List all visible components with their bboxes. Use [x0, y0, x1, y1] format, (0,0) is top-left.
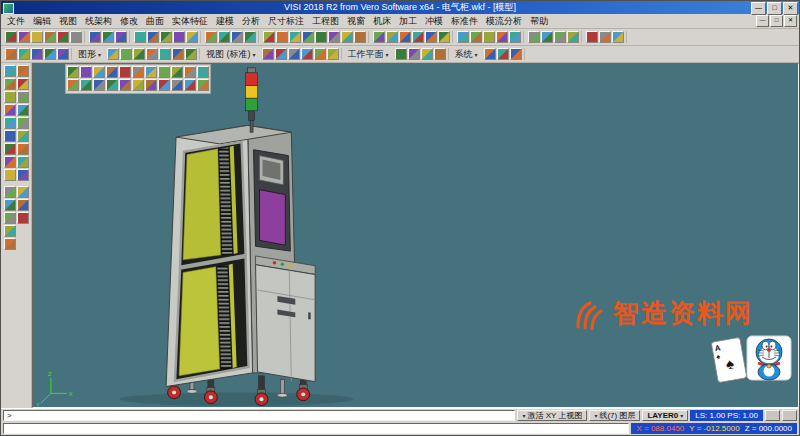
minimize-button[interactable]: —	[751, 2, 766, 15]
menu-item[interactable]: 帮助	[526, 15, 552, 28]
toolbar-icon[interactable]	[17, 156, 29, 168]
toolbar-icon[interactable]	[158, 66, 170, 78]
toolbar-icon[interactable]	[484, 48, 496, 60]
toolbar-icon[interactable]	[158, 79, 170, 91]
toolbar-icon[interactable]	[386, 31, 398, 43]
title-bar[interactable]: VISI 2018 R2 from Vero Software x64 - 电气…	[1, 1, 799, 14]
status-toggle-button[interactable]	[765, 410, 780, 421]
toolbar-icon[interactable]	[4, 169, 16, 181]
toolbar-icon[interactable]	[457, 31, 469, 43]
toolbar-icon[interactable]	[147, 31, 159, 43]
toolbar-icon[interactable]	[17, 104, 29, 116]
lower-yellow-panel[interactable]	[179, 267, 220, 376]
toolbar-icon[interactable]	[263, 31, 275, 43]
toolbar-icon[interactable]	[80, 79, 92, 91]
toolbar-icon[interactable]	[421, 48, 433, 60]
menu-item[interactable]: 模流分析	[482, 15, 526, 28]
menu-item[interactable]: 机床	[369, 15, 395, 28]
toolbar-icon[interactable]	[70, 31, 82, 43]
toolbar-icon[interactable]	[31, 31, 43, 43]
signal-tower[interactable]	[246, 68, 258, 132]
menu-item[interactable]: 文件	[3, 15, 29, 28]
toolbar-icon[interactable]	[231, 31, 243, 43]
toolbar-icon[interactable]	[528, 31, 540, 43]
toolbar-icon[interactable]	[586, 31, 598, 43]
toolbar-icon[interactable]	[4, 104, 16, 116]
toolbar-icon[interactable]	[395, 48, 407, 60]
toolbar-icon[interactable]	[554, 31, 566, 43]
toolbar-icon[interactable]	[5, 31, 17, 43]
toolbar-icon[interactable]	[173, 31, 185, 43]
toolbar-icon[interactable]	[4, 65, 16, 77]
red-button[interactable]	[273, 261, 277, 265]
maximize-button[interactable]: □	[767, 2, 782, 15]
toolbar-icon[interactable]	[107, 48, 119, 60]
toolbar-icon[interactable]	[184, 79, 196, 91]
toolbar-icon[interactable]	[4, 78, 16, 90]
menu-item[interactable]: 线架构	[81, 15, 116, 28]
toolbar-icon[interactable]	[341, 31, 353, 43]
toolbar-icon[interactable]	[17, 169, 29, 181]
toolbar-icon[interactable]	[510, 48, 522, 60]
toolbar-icon[interactable]	[4, 91, 16, 103]
toolbar-icon[interactable]	[205, 31, 217, 43]
toolbar-icon[interactable]	[314, 48, 326, 60]
menu-item[interactable]: 视图	[55, 15, 81, 28]
toolbar-icon[interactable]	[132, 79, 144, 91]
toolbar-icon[interactable]	[57, 48, 69, 60]
toolbar-icon[interactable]	[44, 31, 56, 43]
toolbar-icon[interactable]	[567, 31, 579, 43]
green-button[interactable]	[281, 262, 285, 266]
toolbar-icon[interactable]	[301, 48, 313, 60]
toolbar-icon[interactable]	[106, 79, 118, 91]
toolbar-icon[interactable]	[146, 48, 158, 60]
toolbar-icon[interactable]	[483, 31, 495, 43]
toolbar-icon[interactable]	[89, 31, 101, 43]
toolbar-icon[interactable]	[612, 31, 624, 43]
menu-item[interactable]: 工程图	[308, 15, 343, 28]
status-toggle-button[interactable]	[782, 410, 797, 421]
menu-item[interactable]: 加工	[395, 15, 421, 28]
toolbar-icon[interactable]	[102, 31, 114, 43]
toolbar-icon[interactable]	[412, 31, 424, 43]
toolbar-icon[interactable]	[244, 31, 256, 43]
toolbar-icon[interactable]	[67, 79, 79, 91]
toolbar-icon[interactable]	[185, 48, 197, 60]
upper-rack-window[interactable]	[180, 142, 246, 267]
toolbar-icon[interactable]	[17, 143, 29, 155]
toolbar-icon[interactable]	[218, 31, 230, 43]
menu-item[interactable]: 实体特征	[168, 15, 212, 28]
layer-selector[interactable]: LAYER0▾	[642, 410, 688, 421]
view-selector[interactable]: ▾激活 XY 上视图	[517, 410, 587, 421]
linetype-selector[interactable]: ▾线(7) 图层	[589, 410, 640, 421]
toolbar-icon[interactable]	[17, 212, 29, 224]
toolbar-icon[interactable]	[327, 48, 339, 60]
menu-item[interactable]: 冲模	[421, 15, 447, 28]
toolbar-icon[interactable]	[18, 31, 30, 43]
toolbar-icon[interactable]	[115, 31, 127, 43]
toolbar-icon[interactable]	[302, 31, 314, 43]
menu-item[interactable]: 修改	[116, 15, 142, 28]
toolbar-icon[interactable]	[197, 79, 209, 91]
toolbar-icon[interactable]	[541, 31, 553, 43]
toolbar-icon[interactable]	[145, 66, 157, 78]
toolbar-icon[interactable]	[134, 31, 146, 43]
toolbar-icon[interactable]	[497, 48, 509, 60]
toolbar-icon[interactable]	[4, 156, 16, 168]
toolbar-icon[interactable]	[4, 117, 16, 129]
toolbar-icon[interactable]	[509, 31, 521, 43]
toolbar-icon[interactable]	[17, 117, 29, 129]
toolbar-icon[interactable]	[93, 79, 105, 91]
toolbar-icon[interactable]	[186, 31, 198, 43]
toolbar-icon[interactable]	[408, 48, 420, 60]
toolbar-icon[interactable]	[4, 186, 16, 198]
toolbar-icon[interactable]	[262, 48, 274, 60]
toolbar-icon[interactable]	[133, 48, 145, 60]
toolbar-icon[interactable]	[145, 79, 157, 91]
toolbar-icon[interactable]	[438, 31, 450, 43]
model-canvas[interactable]: Z X Y	[33, 64, 798, 407]
child-minimize-button[interactable]: —	[756, 15, 769, 27]
control-cabinet[interactable]	[256, 256, 316, 382]
toolbar-icon[interactable]	[496, 31, 508, 43]
menu-item[interactable]: 编辑	[29, 15, 55, 28]
